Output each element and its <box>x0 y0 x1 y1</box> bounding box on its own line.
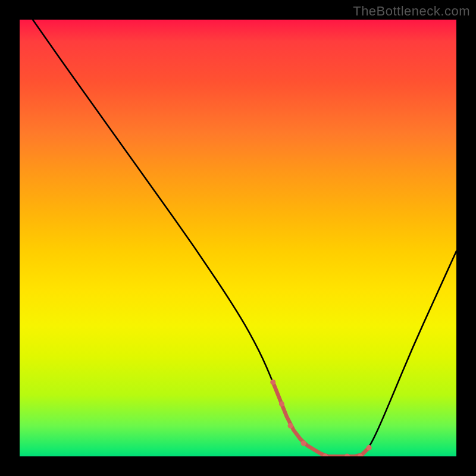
highlight-dot <box>270 380 275 385</box>
highlight-dot <box>367 445 372 450</box>
highlight-dot <box>345 454 350 457</box>
highlight-dot <box>279 401 284 406</box>
watermark-text: TheBottleneck.com <box>353 4 470 19</box>
chart-plot-area <box>20 20 456 456</box>
curve-line <box>33 20 456 456</box>
chart-svg <box>20 20 456 456</box>
highlight-segment <box>270 380 371 456</box>
highlight-path <box>273 382 369 456</box>
highlight-dot <box>288 423 293 428</box>
highlight-dot <box>301 440 306 446</box>
